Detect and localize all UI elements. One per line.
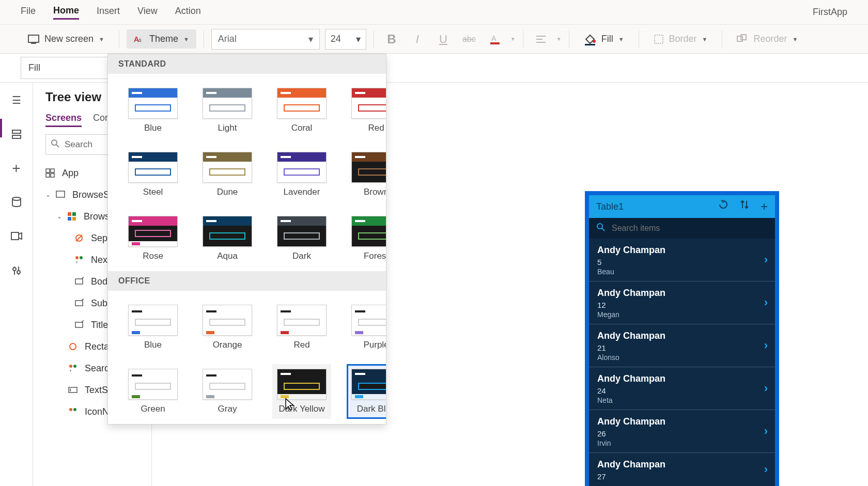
preview-row[interactable]: Andy Champan5Beau› (589, 239, 775, 281)
preview-row[interactable]: Andy Champan21Alonso› (589, 324, 775, 367)
theme-option[interactable]: Gray (198, 364, 257, 419)
theme-swatch (203, 88, 252, 119)
border-button[interactable]: Border ▼ (646, 29, 715, 49)
theme-swatch (277, 216, 327, 247)
chevron-right-icon: › (764, 463, 768, 476)
theme-option[interactable]: Forest (347, 211, 386, 266)
hamburger-icon[interactable]: ☰ (0, 91, 33, 109)
theme-option[interactable]: Steel (123, 147, 182, 202)
theme-option[interactable]: Light (198, 83, 257, 138)
theme-swatch (203, 369, 252, 400)
new-screen-button[interactable]: New screen ▼ (21, 29, 112, 49)
add-icon[interactable]: + (761, 199, 768, 214)
preview-row[interactable]: Andy Champan26Irvin› (589, 410, 775, 453)
svg-rect-28 (51, 174, 54, 177)
bold-button[interactable]: B (381, 29, 402, 50)
theme-option[interactable]: Dark (272, 211, 331, 266)
preview-list: Andy Champan5Beau›Andy Champan12Megan›An… (589, 239, 775, 486)
svg-point-47 (73, 365, 76, 368)
theme-option[interactable]: Dark Blue (347, 364, 386, 419)
theme-button[interactable]: Aa Theme ▼ (127, 29, 196, 49)
row-name: Andy Champan (597, 331, 767, 341)
row-number: 26 (597, 429, 767, 438)
theme-swatch (351, 216, 386, 247)
property-value: Fill (28, 62, 40, 73)
menu-file[interactable]: File (21, 6, 36, 19)
svg-point-37 (80, 256, 83, 259)
tree-item-label: Title (91, 320, 108, 331)
theme-name: Dark Blue (357, 404, 386, 414)
svg-rect-30 (68, 212, 71, 216)
reorder-button[interactable]: Reorder ▼ (730, 29, 805, 49)
strikethrough-button[interactable]: abc (459, 29, 479, 50)
font-size-select[interactable]: 24 ▾ (325, 29, 366, 50)
theme-swatch (351, 88, 386, 119)
svg-rect-12 (655, 35, 663, 43)
tree-view-icon[interactable] (0, 125, 33, 144)
refresh-icon[interactable] (718, 199, 729, 214)
preview-row[interactable]: Andy Champan12Megan› (589, 281, 775, 324)
svg-line-24 (56, 145, 59, 147)
theme-option[interactable]: Rose (123, 211, 182, 266)
textinput-icon (68, 386, 80, 394)
underline-button[interactable]: U (433, 29, 454, 50)
theme-option[interactable]: Blue (123, 83, 182, 138)
font-family-select[interactable]: Arial ▾ (211, 29, 320, 50)
theme-option[interactable]: Coral (272, 83, 331, 138)
theme-option[interactable]: Green (123, 364, 182, 419)
menu-view[interactable]: View (137, 6, 158, 19)
chevron-down-icon[interactable]: ▼ (510, 36, 516, 42)
italic-button[interactable]: I (407, 29, 428, 50)
preview-row[interactable]: Andy Champan24Neta› (589, 367, 775, 410)
menu-home[interactable]: Home (53, 5, 79, 20)
theme-option[interactable]: Brown (347, 147, 386, 202)
theme-option[interactable]: Red (272, 300, 331, 355)
media-icon[interactable] (0, 227, 33, 246)
svg-line-56 (602, 228, 605, 231)
align-button[interactable] (531, 29, 551, 50)
tab-screens[interactable]: Screens (45, 113, 82, 127)
fill-label: Fill (601, 34, 613, 44)
theme-option[interactable]: Dune (198, 147, 257, 202)
preview-search-input[interactable] (612, 224, 768, 233)
row-subtitle: Megan (597, 310, 767, 319)
sort-icon[interactable] (740, 199, 749, 214)
row-number: 24 (597, 386, 767, 395)
theme-option[interactable]: Lavender (272, 147, 331, 202)
svg-rect-15 (12, 130, 21, 133)
theme-option[interactable]: Blue (123, 300, 182, 355)
theme-section-header: STANDARD (108, 54, 386, 74)
chevron-down-icon: ▼ (99, 36, 104, 42)
border-label: Border (669, 34, 697, 44)
theme-swatch (203, 216, 252, 247)
tools-icon[interactable] (0, 261, 33, 280)
theme-option[interactable]: Aqua (198, 211, 257, 266)
theme-option[interactable]: Dark Yellow (272, 364, 331, 419)
menu-action[interactable]: Action (175, 6, 201, 19)
theme-name: Lavender (284, 187, 320, 197)
insert-icon[interactable]: + (0, 159, 33, 178)
next-icon: + (74, 255, 86, 264)
theme-swatch (277, 369, 327, 400)
preview-row[interactable]: Andy Champan27› (589, 453, 775, 486)
fill-button[interactable]: Fill ▼ (577, 29, 631, 50)
svg-point-23 (52, 140, 57, 145)
menu-insert[interactable]: Insert (97, 6, 120, 19)
font-color-button[interactable]: A (485, 29, 505, 50)
theme-swatch (128, 216, 178, 247)
preview-search[interactable] (589, 218, 775, 239)
chevron-down-icon[interactable]: ▼ (556, 36, 562, 42)
label-icon (74, 277, 86, 286)
theme-swatch (351, 152, 386, 183)
svg-rect-18 (11, 232, 19, 240)
theme-name: Coral (291, 123, 313, 133)
theme-swatch (277, 88, 327, 119)
theme-option[interactable]: Purple (347, 300, 386, 355)
data-icon[interactable] (0, 193, 33, 212)
theme-option[interactable]: Orange (198, 300, 257, 355)
theme-option[interactable]: Red (347, 83, 386, 138)
row-subtitle: Irvin (597, 439, 767, 447)
tab-components[interactable]: Cor (93, 113, 108, 127)
separator (722, 30, 722, 48)
chevron-down-icon: ▼ (793, 36, 798, 42)
